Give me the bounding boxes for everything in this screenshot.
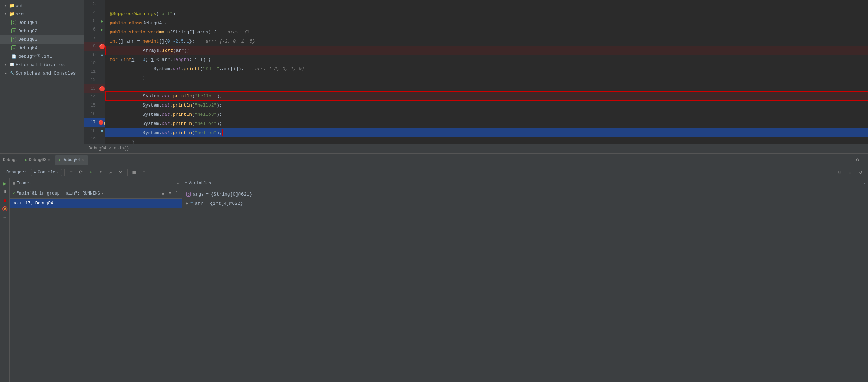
var: i [131, 57, 134, 62]
variables-panel: ⊞ Variables ↗ p args = {String[0]@621} ▶ [182, 178, 868, 382]
pause-btn[interactable]: ⏸ [1, 188, 9, 196]
run-icon[interactable]: ▶ [101, 27, 103, 32]
method: main [159, 30, 170, 35]
debug-panel: Debug: ▶ Debug03 ✕ ▶ Debug04 ✕ ⚙ — Debug… [0, 153, 868, 382]
code-line-17: System.out.println("hello5"); [105, 128, 868, 137]
sidebar-item-out[interactable]: ▶ 📁 out [0, 1, 84, 10]
arr-icon: ≡ [190, 201, 193, 205]
sidebar-item-label: src [15, 12, 24, 17]
breakpoint-icon[interactable]: 🔴 [99, 44, 105, 50]
resume-btn[interactable]: ▶ [1, 180, 9, 187]
gutter-row-19: 19 [84, 135, 105, 144]
frame-label: main:17, Debug04 [13, 201, 53, 206]
frame-item-0[interactable]: main:17, Debug04 [10, 199, 182, 208]
tb-btn-evaluate[interactable]: ✕ [116, 168, 125, 177]
code-editor[interactable]: @SuppressWarnings("all") public class De… [105, 0, 868, 144]
method: sort [162, 48, 173, 53]
field: length [173, 57, 189, 62]
tab-debug04[interactable]: ▶ Debug04 ✕ [55, 155, 88, 165]
gutter-row-6: 6 ▶ [84, 25, 105, 34]
minimize-btn[interactable]: — [862, 157, 865, 163]
var-item-arr[interactable]: ▶ ≡ arr = {int[4]@622} [182, 199, 868, 208]
sidebar-item-scratches[interactable]: ▶ 🔧 Scratches and Consoles [0, 69, 84, 77]
settings-side-btn[interactable]: ✏ [1, 214, 9, 221]
debug-label: Debug: [3, 158, 18, 163]
method: println [173, 103, 192, 108]
breakpoint-icon[interactable]: 🔴 [98, 120, 104, 125]
debugger-btn[interactable]: Debugger [3, 169, 30, 176]
scratch-icon: 🔧 [9, 70, 15, 76]
field: out [162, 103, 170, 108]
thread-selector[interactable]: ✓ "main"@1 in group "main": RUNNING ▾ [13, 191, 158, 196]
close-tab-btn[interactable]: ✕ [48, 158, 50, 162]
bookmark-icon: ◆ [101, 129, 103, 133]
chevron-right-icon: ▶ [3, 70, 8, 76]
tab-debug03[interactable]: ▶ Debug03 ✕ [21, 155, 54, 165]
sidebar-item-extlibs[interactable]: ▶ 📊 External Libraries [0, 61, 84, 69]
line-num: 15 [84, 103, 98, 108]
method: println [173, 112, 192, 117]
tb-btn-frames[interactable]: ▦ [130, 168, 139, 177]
string: "hello2" [195, 103, 216, 108]
tb-btn-run-cursor[interactable]: ↗ [106, 168, 115, 177]
gutter-icons: ▶ [98, 19, 105, 24]
frames-expand-btn[interactable]: ↗ [176, 181, 179, 185]
mute-btn[interactable]: 🔕 [1, 205, 9, 213]
string: "%d " [203, 66, 219, 71]
tb-btn-hamburger[interactable]: ≡ [67, 168, 76, 177]
gutter-icons: 🔴 [98, 86, 105, 92]
tb-btn-step-into[interactable]: ⬇ [86, 168, 96, 177]
filter-btn[interactable]: ⋮ [175, 191, 179, 196]
code-line-9: for (int i = 0; i < arr.length; i++) { [105, 55, 868, 64]
classname: Debug04 [143, 20, 162, 26]
code-line-3 [105, 0, 868, 9]
frame-up-btn[interactable]: ▲ [160, 190, 166, 197]
sidebar-item-debug02[interactable]: c Debug02 [0, 27, 84, 35]
frame-nav-btns: ▲ ▼ [160, 190, 173, 197]
stop-btn[interactable]: ◼ [1, 197, 9, 204]
code-line-13: System.out.println("hello1"); [105, 91, 868, 101]
run-icon[interactable]: ▶ [101, 19, 103, 24]
gutter-row-13: 13 🔴 [84, 84, 105, 93]
code-line-8: Arrays.sort(arr); [105, 46, 868, 55]
line-num: 17 [84, 120, 98, 125]
sidebar-item-label: debug学习.iml [18, 53, 52, 59]
line-num: 5 [84, 19, 98, 24]
tb-btn-step-out[interactable]: ⬆ [96, 168, 105, 177]
line-num: 18 [84, 128, 98, 133]
gutter-row-3: 3 [84, 0, 105, 8]
sidebar-item-debug01[interactable]: c Debug01 [0, 18, 84, 27]
frame-down-btn[interactable]: ▼ [167, 190, 173, 197]
tb-btn-step-over[interactable]: ⟳ [77, 168, 86, 177]
tb-btn-variables[interactable]: ≡ [140, 168, 149, 177]
frames-toolbar: ✓ "main"@1 in group "main": RUNNING ▾ ▲ … [10, 188, 182, 199]
number: -2 [173, 39, 178, 44]
toolbar-separator [64, 169, 65, 176]
settings-btn[interactable]: ⚙ [856, 157, 859, 163]
gutter-row-18: 18 ◆ [84, 127, 105, 135]
keyword: int [151, 39, 159, 44]
gutter-icons: 🔴 [98, 120, 105, 125]
var-val: {String[0]@621} [211, 192, 252, 197]
breakpoint-icon[interactable]: 🔴 [99, 86, 105, 92]
close-tab-btn[interactable]: ✕ [82, 158, 84, 162]
tb-btn-layout[interactable]: ⊟ [835, 168, 844, 177]
var-icon: ⊞ [185, 181, 187, 185]
tb-btn-settings2[interactable]: ↺ [856, 168, 865, 177]
sidebar-item-debug03[interactable]: c Debug03 [0, 35, 84, 44]
var-expand-btn[interactable]: ↗ [863, 181, 865, 185]
java-icon: c [11, 37, 16, 42]
expand-triangle[interactable]: ▶ [186, 201, 188, 205]
code-line-6: public static void main(String[] args) {… [105, 27, 868, 37]
debug-value: args: {} [228, 30, 250, 35]
sidebar-item-src[interactable]: ▼ 📁 src [0, 10, 84, 18]
sidebar-item-iml[interactable]: 📄 debug学习.iml [0, 52, 84, 61]
sidebar-item-debug04[interactable]: c Debug04 [0, 44, 84, 52]
var-name: arr [195, 201, 203, 206]
line-num: 13 [84, 86, 98, 91]
gutter-row-8: 8 🔴 [84, 42, 105, 51]
var-eq: = [206, 192, 209, 197]
tb-btn-split[interactable]: ⊞ [846, 168, 855, 177]
var-item-args[interactable]: p args = {String[0]@621} [182, 190, 868, 199]
console-tab[interactable]: ▶ Console ▾ [31, 169, 62, 176]
